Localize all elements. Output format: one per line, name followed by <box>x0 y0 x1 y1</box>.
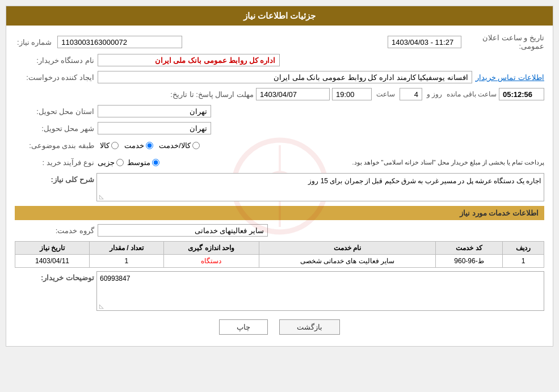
buyer-notes-section: 60993847 ◺ توضیحات خریدار: <box>15 271 544 311</box>
category-option-1: کالا <box>100 141 110 150</box>
cell-date: 1403/04/11 <box>15 255 90 268</box>
need-summary-text: اجاره یک دستگاه عرشه پل در مسیر غرب به ش… <box>308 177 541 185</box>
cell-service-code: ط-96-960 <box>436 255 503 268</box>
buyer-notes-wrapper: 60993847 ◺ <box>96 271 544 311</box>
days-label: روز و <box>427 90 442 98</box>
col-date: تاریخ نیاز <box>15 242 90 255</box>
contact-link[interactable]: اطلاعات تماس خریدار <box>476 73 544 82</box>
need-summary-section: اجاره یک دستگاه عرشه پل در مسیر غرب به ش… <box>15 173 544 201</box>
category-kala-khedmat[interactable]: کالا/خدمت <box>159 141 200 150</box>
buyer-org-value: اداره کل روابط عمومی بانک ملی ایران <box>98 54 280 66</box>
buyer-org-row: اداره کل روابط عمومی بانک ملی ایران نام … <box>15 53 544 68</box>
table-header: ردیف کد خدمت نام خدمت واحد اندازه گیری ت… <box>15 242 544 255</box>
countdown-value: 05:12:56 <box>499 88 544 100</box>
resize-handle: ◺ <box>98 194 104 200</box>
announcement-label: تاریخ و ساعت اعلان عمومی: <box>465 33 544 50</box>
days-value: 4 <box>400 88 422 100</box>
creator-row: اطلاعات تماس خریدار افسانه یوسفیکیا کارم… <box>15 70 544 85</box>
purchase-option-1: جزیی <box>98 158 115 167</box>
buyer-org-label: نام دستگاه خریدار: <box>15 56 94 65</box>
page-container: جزئیات اطلاعات نیاز تاریخ و ساعت اعلان ع… <box>6 6 553 347</box>
province-value: تهران <box>98 105 211 117</box>
notes-resize-handle: ◺ <box>98 304 104 309</box>
deadline-date: 1403/04/07 <box>256 88 330 100</box>
purchase-type-label: نوع فرآیند خرید : <box>15 158 94 167</box>
service-group-value: سایر فعالیتهای خدماتی <box>98 224 268 237</box>
city-value: تهران <box>98 122 211 134</box>
print-button[interactable]: چاپ <box>219 319 268 335</box>
remaining-label: ساعت باقی مانده <box>447 90 497 98</box>
need-number-value: 1103003163000072 <box>57 36 182 48</box>
time-value: 19:00 <box>332 88 372 100</box>
header-row: تاریخ و ساعت اعلان عمومی: 1403/04/03 - 1… <box>15 33 544 50</box>
time-label: ساعت <box>376 90 395 98</box>
category-option-3: کالا/خدمت <box>159 141 191 150</box>
city-row: تهران شهر محل تحویل: <box>15 121 544 136</box>
category-kala[interactable]: کالا <box>100 141 119 150</box>
purchase-type-row: پرداخت تمام یا بخشی از مبلغ خریدار محل "… <box>15 155 544 170</box>
cell-unit: دستگاه <box>163 255 259 268</box>
need-summary-wrapper: اجاره یک دستگاه عرشه پل در مسیر غرب به ش… <box>96 173 544 201</box>
services-table: ردیف کد خدمت نام خدمت واحد اندازه گیری ت… <box>15 241 544 268</box>
buyer-notes-number: 60993847 <box>100 275 541 283</box>
deadline-label: مهلت ارسال پاسخ: تا تاریخ: <box>163 90 254 99</box>
province-row: تهران استان محل تحویل: <box>15 104 544 119</box>
need-summary-box: اجاره یک دستگاه عرشه پل در مسیر غرب به ش… <box>96 173 544 201</box>
purchase-type-description: پرداخت تمام یا بخشی از مبلغ خریدار محل "… <box>163 159 544 166</box>
service-group-row: سایر فعالیتهای خدماتی گروه خدمت: <box>15 223 544 238</box>
col-service-code: کد خدمت <box>436 242 503 255</box>
category-option-2: خدمت <box>124 141 144 150</box>
page-title: جزئیات اطلاعات نیاز <box>243 11 316 20</box>
col-unit: واحد اندازه گیری <box>163 242 259 255</box>
creator-label: ایجاد کننده درخواست: <box>15 73 94 82</box>
cell-row-num: 1 <box>502 255 544 268</box>
service-group-label: گروه خدمت: <box>15 226 94 235</box>
province-label: استان محل تحویل: <box>15 107 94 116</box>
category-row: کالا/خدمت خدمت کالا طبقه بندی موضوعی: <box>15 138 544 153</box>
col-quantity: تعداد / مقدار <box>89 242 163 255</box>
buyer-notes-label: توضیحات خریدار: <box>15 273 94 282</box>
table-row: 1 ط-96-960 سایر فعالیت های خدماتی شخصی د… <box>15 255 544 268</box>
cell-quantity: 1 <box>89 255 163 268</box>
services-title: اطلاعات خدمات مورد نیاز <box>460 209 539 217</box>
category-khedmat[interactable]: خدمت <box>124 141 153 150</box>
back-button[interactable]: بازگشت <box>279 319 340 335</box>
purchase-type-medium[interactable]: متوسط <box>127 158 159 167</box>
col-service-name: نام خدمت <box>259 242 436 255</box>
city-label: شهر محل تحویل: <box>15 124 94 133</box>
purchase-option-2: متوسط <box>127 158 150 167</box>
services-section-header: اطلاعات خدمات مورد نیاز <box>15 206 544 220</box>
deadline-row: 05:12:56 ساعت باقی مانده روز و 4 ساعت 19… <box>15 87 544 102</box>
need-summary-label: شرح کلی نیاز: <box>15 175 94 184</box>
announcement-value: 1403/04/03 - 11:27 <box>388 36 461 48</box>
table-body: 1 ط-96-960 سایر فعالیت های خدماتی شخصی د… <box>15 255 544 268</box>
creator-value: افسانه یوسفیکیا کارمند اداره کل روابط عم… <box>98 71 472 83</box>
category-label: طبقه بندی موضوعی: <box>15 141 94 150</box>
buyer-notes-box: 60993847 ◺ <box>96 271 544 311</box>
page-header: جزئیات اطلاعات نیاز <box>6 6 553 26</box>
cell-service-name: سایر فعالیت های خدماتی شخصی <box>259 255 436 268</box>
col-row-num: ردیف <box>502 242 544 255</box>
need-number-label: شماره نیاز: <box>15 38 54 47</box>
purchase-type-minor[interactable]: جزیی <box>98 158 124 167</box>
content-area: تاریخ و ساعت اعلان عمومی: 1403/04/03 - 1… <box>6 26 553 346</box>
buttons-row: بازگشت چاپ <box>15 319 544 335</box>
